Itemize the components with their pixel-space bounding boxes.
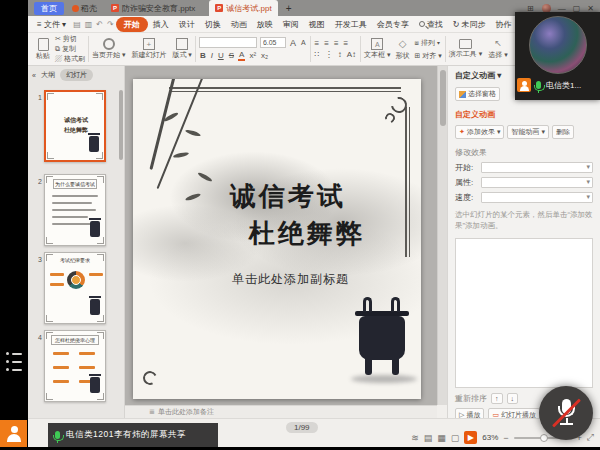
font-size-input[interactable] — [260, 37, 286, 48]
select-button[interactable]: ↖ 选择 ▾ — [488, 38, 507, 60]
increase-font-icon[interactable]: A — [289, 38, 297, 48]
textbox-button[interactable]: A 文本框 ▾ — [364, 38, 390, 60]
notes-bar[interactable]: ≣ 单击此处添加备注 — [125, 405, 437, 418]
bold-button[interactable]: B — [199, 51, 207, 60]
thumb-label — [50, 273, 64, 276]
save-icon[interactable]: ▤ — [73, 20, 81, 29]
redo-icon[interactable]: ↷ — [107, 20, 114, 29]
notes-toggle-icon[interactable]: ≋ — [411, 433, 419, 443]
normal-view-icon[interactable]: ▤ — [424, 433, 433, 443]
italic-button[interactable]: I — [210, 51, 214, 60]
selection-pane-button[interactable]: 选择窗格 — [455, 87, 500, 101]
sync-status[interactable]: ↻ 未同步 — [448, 18, 491, 31]
menu-tab-start[interactable]: 开始 — [116, 17, 148, 32]
collapse-panel-icon[interactable]: « — [32, 72, 36, 79]
collaborate-button[interactable]: 协作 — [491, 18, 517, 31]
copy-button[interactable]: ⧉ 复制 — [55, 44, 85, 54]
slideshow-play-button[interactable]: ▶ — [464, 431, 477, 444]
menu-tab-transition[interactable]: 切换 — [200, 18, 226, 31]
doc-tab-active[interactable]: P诚信考试.ppt — [209, 0, 277, 16]
outline-tab[interactable]: 大纲 — [41, 70, 55, 80]
cursor-icon: ↖ — [488, 38, 507, 50]
align-right-icon[interactable]: ≡ — [333, 39, 340, 48]
zoom-slider-knob[interactable] — [540, 434, 548, 442]
numbered-list-icon[interactable]: ⋮ — [324, 50, 334, 59]
layout-button[interactable]: 版式 ▾ — [172, 38, 191, 60]
speed-select[interactable] — [481, 192, 593, 203]
smart-animation-button[interactable]: 智能动画 ▾ — [507, 125, 549, 139]
zoom-out-button[interactable]: − — [503, 433, 508, 443]
slides-panel-scrollbar[interactable] — [119, 90, 123, 160]
add-effect-button[interactable]: ✦添加效果 ▾ — [455, 125, 504, 139]
menu-tab-devtools[interactable]: 开发工具 — [330, 18, 372, 31]
docer-icon — [72, 5, 79, 12]
menu-tab-member[interactable]: 会员专享 — [372, 18, 414, 31]
cut-button[interactable]: ✂ 剪切 — [55, 34, 85, 44]
thumb-title: 为什么要诚信考试 — [53, 179, 97, 189]
canvas-scrollbar[interactable] — [437, 66, 447, 405]
font-color-button[interactable]: A — [238, 50, 245, 61]
menu-tab-view[interactable]: 视图 — [304, 18, 330, 31]
animation-list[interactable] — [455, 238, 593, 388]
doc-tab-inactive[interactable]: P防诈骗安全教育.pptx — [105, 1, 201, 16]
reorder-label: 重新排序 — [455, 393, 487, 404]
justify-icon[interactable]: ≡ — [343, 39, 350, 48]
slide-thumbnail-1[interactable]: 诚信考试杜绝舞弊 — [44, 90, 106, 162]
undo-icon[interactable]: ↶ — [96, 20, 103, 29]
move-up-button[interactable]: ↑ — [491, 393, 503, 404]
new-tab-button[interactable]: + — [286, 3, 292, 14]
menu-tab-design[interactable]: 设计 — [174, 18, 200, 31]
bullet-list-icon[interactable]: ∷ — [314, 50, 321, 59]
property-select[interactable] — [481, 177, 593, 188]
docer-tab[interactable]: 稻壳 — [72, 3, 97, 14]
modify-effect-label: 修改效果 — [448, 147, 600, 158]
underline-button[interactable]: U — [217, 51, 225, 60]
presentation-tools-button[interactable]: 演示工具 ▾ — [449, 39, 482, 59]
font-name-input[interactable] — [199, 37, 257, 48]
slide-title-line2[interactable]: 杜绝舞弊 — [249, 216, 365, 251]
shape-button[interactable]: ◇ 形状 — [395, 38, 409, 61]
delete-effect-button[interactable]: 删除 — [552, 125, 574, 139]
text-direction-icon[interactable]: A↕ — [346, 50, 357, 59]
strikethrough-button[interactable]: S — [228, 51, 235, 60]
subscript-button[interactable]: x₂ — [260, 51, 269, 60]
slide-thumbnail-3[interactable]: 考试纪律要求 — [44, 252, 106, 324]
slide-thumbnail-2[interactable]: 为什么要诚信考试 — [44, 174, 106, 246]
menu-tab-insert[interactable]: 插入 — [148, 18, 174, 31]
slide-editor[interactable]: 诚信考试 杜绝舞弊 单击此处添加副标题 — [133, 79, 421, 399]
mute-microphone-button[interactable] — [539, 386, 593, 440]
align-objects-button[interactable]: ⊞ 对齐 ▾ — [414, 51, 441, 61]
slide-title-line1[interactable]: 诚信考试 — [230, 179, 346, 214]
search-button[interactable]: 查找 — [414, 18, 448, 31]
slide-subtitle-placeholder[interactable]: 单击此处添加副标题 — [232, 271, 349, 288]
decrease-font-icon[interactable]: A — [300, 39, 307, 46]
menu-tab-animation[interactable]: 动画 — [226, 18, 252, 31]
start-from-current-button[interactable]: 当页开始 ▾ — [92, 38, 125, 60]
menu-tab-slideshow[interactable]: 放映 — [252, 18, 278, 31]
home-tab[interactable]: 首页 — [34, 2, 64, 15]
slide-thumbnail-4[interactable]: 怎样杜绝侥幸心理 — [44, 330, 106, 402]
slides-tab[interactable]: 幻灯片 — [60, 69, 93, 81]
slide-sorter-icon[interactable]: ▦ — [437, 433, 446, 443]
line-spacing-icon[interactable]: ↕ — [337, 50, 343, 59]
start-select[interactable] — [481, 162, 593, 173]
arrange-button[interactable]: ⧈ 排列 ▾ — [414, 38, 441, 48]
menu-tab-review[interactable]: 审阅 — [278, 18, 304, 31]
reading-view-icon[interactable]: ▢ — [451, 433, 460, 443]
align-left-icon[interactable]: ≡ — [314, 39, 321, 48]
paste-button[interactable]: 粘贴 — [36, 38, 50, 61]
webcam-overlay[interactable]: 电信类1... — [515, 12, 600, 100]
participants-button[interactable] — [0, 420, 27, 447]
format-painter-button[interactable]: ▨ 格式刷 — [55, 54, 85, 64]
fit-to-window-icon[interactable]: ⤢ — [587, 432, 594, 443]
file-menu[interactable]: ≡ 文件 ▾ — [32, 18, 71, 31]
sidebar-handle-icon[interactable] — [6, 352, 22, 374]
new-slide-button[interactable]: + 新建幻灯片 — [131, 38, 166, 60]
superscript-button[interactable]: x² — [248, 51, 257, 60]
move-down-button[interactable]: ↓ — [507, 393, 519, 404]
print-icon[interactable]: ▥ — [85, 20, 93, 29]
canvas-scrollbar-thumb[interactable] — [440, 70, 446, 126]
ribbon-separator — [195, 36, 196, 62]
zoom-level: 63% — [482, 433, 498, 442]
align-center-icon[interactable]: ≡ — [323, 39, 330, 48]
